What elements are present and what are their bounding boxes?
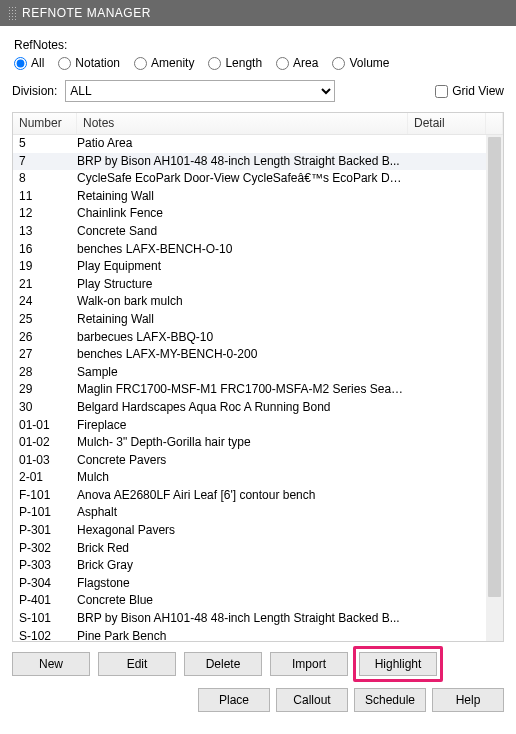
table-row[interactable]: F-101Anova AE2680LF Airi Leaf [6'] conto… (13, 487, 486, 505)
vertical-scrollbar[interactable] (486, 135, 503, 641)
import-button[interactable]: Import (270, 652, 348, 676)
table-row[interactable]: 11Retaining Wall (13, 188, 486, 206)
cell-notes: Walk-on bark mulch (77, 293, 408, 311)
schedule-button[interactable]: Schedule (354, 688, 426, 712)
division-select[interactable]: ALL (65, 80, 335, 102)
col-header-notes[interactable]: Notes (77, 113, 408, 134)
table-row[interactable]: 30Belgard Hardscapes Aqua Roc A Running … (13, 399, 486, 417)
filter-notation[interactable]: Notation (58, 56, 120, 70)
filter-area-label: Area (293, 56, 318, 70)
action-button-row: New Edit Delete Import Highlight (12, 652, 504, 676)
cell-number: P-301 (13, 522, 77, 540)
refnote-table: Number Notes Detail 5Patio Area7BRP by B… (12, 112, 504, 642)
cell-number: 24 (13, 293, 77, 311)
filter-volume[interactable]: Volume (332, 56, 389, 70)
table-row[interactable]: 26barbecues LAFX-BBQ-10 (13, 329, 486, 347)
table-row[interactable]: 8CycleSafe EcoPark Door-View CycleSafeâ€… (13, 170, 486, 188)
place-button[interactable]: Place (198, 688, 270, 712)
scrollbar-thumb[interactable] (488, 137, 501, 597)
col-header-number[interactable]: Number (13, 113, 77, 134)
col-header-scroll (486, 113, 503, 134)
cell-notes: Anova AE2680LF Airi Leaf [6'] contour be… (77, 487, 408, 505)
col-header-detail[interactable]: Detail (408, 113, 486, 134)
table-row[interactable]: 27benches LAFX-MY-BENCH-0-200 (13, 346, 486, 364)
filter-length[interactable]: Length (208, 56, 262, 70)
cell-number: 8 (13, 170, 77, 188)
filter-area-radio[interactable] (276, 57, 289, 70)
cell-number: 29 (13, 381, 77, 399)
division-label: Division: (12, 84, 57, 98)
cell-number: 25 (13, 311, 77, 329)
cell-notes: Pine Park Bench (77, 628, 408, 641)
cell-number: P-101 (13, 504, 77, 522)
cell-notes: Concrete Blue (77, 592, 408, 610)
table-row[interactable]: 13Concrete Sand (13, 223, 486, 241)
gridview-toggle[interactable]: Grid View (435, 84, 504, 98)
filter-amenity-radio[interactable] (134, 57, 147, 70)
cell-number: 28 (13, 364, 77, 382)
table-row[interactable]: P-304Flagstone (13, 575, 486, 593)
table-row[interactable]: 29Maglin FRC1700-MSF-M1 FRC1700-MSFA-M2 … (13, 381, 486, 399)
table-row[interactable]: P-101Asphalt (13, 504, 486, 522)
table-row[interactable]: P-302Brick Red (13, 540, 486, 558)
callout-button[interactable]: Callout (276, 688, 348, 712)
dialog-body: RefNotes: All Notation Amenity Length Ar… (0, 26, 516, 720)
cell-notes: Play Equipment (77, 258, 408, 276)
delete-button[interactable]: Delete (184, 652, 262, 676)
filter-volume-radio[interactable] (332, 57, 345, 70)
table-header: Number Notes Detail (13, 113, 503, 135)
edit-button[interactable]: Edit (98, 652, 176, 676)
table-row[interactable]: S-101BRP by Bison AH101-48 48-inch Lengt… (13, 610, 486, 628)
filter-length-radio[interactable] (208, 57, 221, 70)
filter-notation-radio[interactable] (58, 57, 71, 70)
table-row[interactable]: 25Retaining Wall (13, 311, 486, 329)
cell-number: 11 (13, 188, 77, 206)
filter-amenity[interactable]: Amenity (134, 56, 194, 70)
table-row[interactable]: 16benches LAFX-BENCH-O-10 (13, 241, 486, 259)
table-row[interactable]: S-102Pine Park Bench (13, 628, 486, 641)
cell-number: 21 (13, 276, 77, 294)
cell-notes: Brick Red (77, 540, 408, 558)
help-button[interactable]: Help (432, 688, 504, 712)
cell-notes: Chainlink Fence (77, 205, 408, 223)
cell-detail (408, 241, 486, 259)
table-row[interactable]: 19Play Equipment (13, 258, 486, 276)
titlebar[interactable]: REFNOTE MANAGER (0, 0, 516, 26)
table-row[interactable]: 21Play Structure (13, 276, 486, 294)
table-row[interactable]: 01-02Mulch- 3" Depth-Gorilla hair type (13, 434, 486, 452)
table-row[interactable]: 12Chainlink Fence (13, 205, 486, 223)
filter-area[interactable]: Area (276, 56, 318, 70)
table-row[interactable]: 2-01Mulch (13, 469, 486, 487)
cell-notes: Concrete Sand (77, 223, 408, 241)
table-row[interactable]: 28Sample (13, 364, 486, 382)
cell-number: 01-02 (13, 434, 77, 452)
table-row[interactable]: 01-03Concrete Pavers (13, 452, 486, 470)
table-row[interactable]: 01-01Fireplace (13, 417, 486, 435)
new-button[interactable]: New (12, 652, 90, 676)
cell-detail (408, 223, 486, 241)
cell-notes: Concrete Pavers (77, 452, 408, 470)
table-row[interactable]: 7BRP by Bison AH101-48 48-inch Length St… (13, 153, 486, 171)
cell-notes: Flagstone (77, 575, 408, 593)
table-row[interactable]: P-301Hexagonal Pavers (13, 522, 486, 540)
cell-detail (408, 522, 486, 540)
table-row[interactable]: 5Patio Area (13, 135, 486, 153)
gridview-checkbox[interactable] (435, 85, 448, 98)
cell-detail (408, 153, 486, 171)
filter-all-radio[interactable] (14, 57, 27, 70)
table-row[interactable]: P-303Brick Gray (13, 557, 486, 575)
cell-number: 12 (13, 205, 77, 223)
table-row[interactable]: 24Walk-on bark mulch (13, 293, 486, 311)
table-row[interactable]: P-401Concrete Blue (13, 592, 486, 610)
highlight-button[interactable]: Highlight (359, 652, 437, 676)
filter-all[interactable]: All (14, 56, 44, 70)
cell-detail (408, 170, 486, 188)
cell-notes: BRP by Bison AH101-48 48-inch Length Str… (77, 153, 408, 171)
gridview-label: Grid View (452, 84, 504, 98)
cell-detail (408, 592, 486, 610)
cell-number: 19 (13, 258, 77, 276)
filter-all-label: All (31, 56, 44, 70)
cell-notes: Mulch- 3" Depth-Gorilla hair type (77, 434, 408, 452)
cell-detail (408, 276, 486, 294)
cell-notes: Belgard Hardscapes Aqua Roc A Running Bo… (77, 399, 408, 417)
